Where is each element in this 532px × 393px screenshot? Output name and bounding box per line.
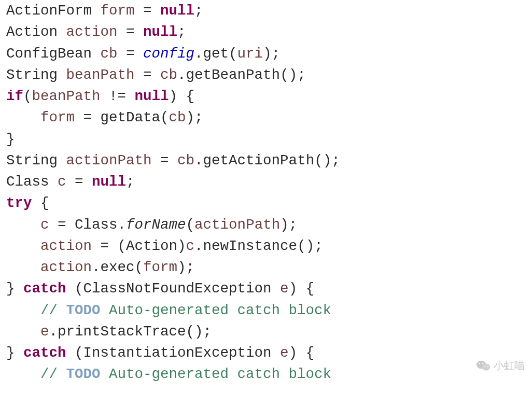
code-token: { [32,195,49,211]
code-token: // [40,302,66,318]
code-token: = [152,152,178,169]
code-token: ( [23,88,32,104]
code-token: ) { [169,88,195,104]
code-token: actionPath [66,152,152,169]
code-token: beanPath [66,67,135,83]
code-token: (ClassNotFoundException [66,280,281,297]
code-token: form [40,109,75,125]
code-token: // [40,366,66,382]
code-token: forName [126,217,186,233]
code-token: (InstantiationException [66,345,281,361]
code-token: ; [194,3,203,19]
code-token: form [101,3,135,19]
code-token [6,324,40,340]
code-token: beanPath [32,88,101,104]
code-token: } [6,345,23,361]
code-token: if [6,88,23,104]
code-token: = [66,174,92,190]
code-token: ); [263,46,280,62]
code-token: e [40,324,49,340]
code-token [6,217,40,233]
code-token: .getActionPath(); [194,152,340,169]
code-token: = [135,3,161,19]
code-token: } [6,280,23,297]
code-token: ( [186,217,195,233]
code-snippet: ActionForm form = null; Action action = … [0,0,532,385]
code-token: } [6,131,15,147]
code-token: e [280,280,289,297]
code-token: config [143,46,194,62]
code-token: .exec( [92,259,143,275]
code-token: = (Action) [92,238,186,254]
code-token: ConfigBean [6,46,101,62]
code-token: ); [280,217,297,233]
code-token [49,174,58,190]
code-token: .newInstance(); [194,238,323,254]
code-token: ); [177,259,194,275]
code-token: Auto-generated catch block [101,302,332,318]
code-token: = Class. [49,217,127,233]
code-token: c [40,217,49,233]
code-token [6,109,40,125]
code-token: = [118,24,144,40]
code-token: String [6,152,66,169]
code-token: TODO [66,302,101,318]
code-token: catch [23,280,66,297]
code-token: c [186,238,195,254]
code-token: action [40,259,92,275]
code-token: cb [169,109,186,125]
code-token: c [58,174,66,190]
code-token: uri [237,46,263,62]
code-token: null [143,24,177,40]
code-token: try [6,195,32,211]
code-token: Class [6,174,49,190]
code-token: null [160,3,194,19]
code-token: ; [177,24,186,40]
code-token: cb [177,152,194,169]
code-token: actionPath [194,217,280,233]
code-token: String [6,67,66,83]
code-token: catch [23,345,66,361]
code-token: ) { [289,345,315,361]
code-token: = [135,67,161,83]
code-token: TODO [66,366,101,382]
code-token: != [101,88,135,104]
code-token: form [143,259,177,275]
code-token: .get( [194,46,237,62]
code-token: Auto-generated catch block [101,366,332,382]
code-token [6,366,40,382]
code-token: ) { [289,280,315,297]
code-token: null [135,88,169,104]
code-token [6,302,40,318]
code-token: .getBeanPath(); [177,67,306,83]
code-token: ; [126,174,135,190]
code-token: cb [160,67,177,83]
code-token: ); [186,109,203,125]
code-token: = [118,46,144,62]
code-token: = getData( [75,109,169,125]
code-token: action [40,238,92,254]
code-token: cb [101,46,118,62]
code-token: null [92,174,126,190]
code-token [6,238,40,254]
code-token: e [280,345,289,361]
code-token: Action [6,24,66,40]
code-token: ActionForm [6,3,101,19]
code-token: action [66,24,118,40]
code-token [6,259,40,275]
code-token: .printStackTrace(); [49,324,212,340]
